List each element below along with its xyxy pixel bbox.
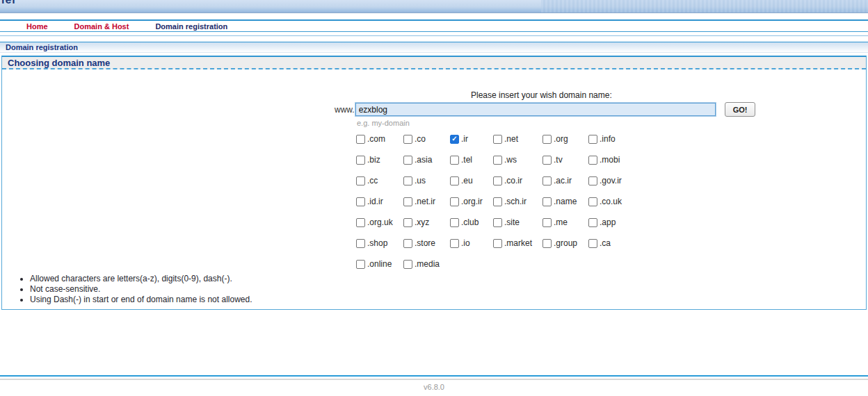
tld-label: .tel bbox=[461, 155, 472, 165]
tld-option: .market bbox=[493, 233, 542, 254]
tld-checkbox[interactable] bbox=[403, 135, 412, 144]
page: ler Home Domain & Host Domain registrati… bbox=[0, 0, 868, 396]
tld-checkbox[interactable] bbox=[450, 156, 459, 165]
tld-label: .biz bbox=[367, 155, 380, 165]
domain-name-input[interactable] bbox=[355, 103, 716, 116]
tld-label: .us bbox=[415, 176, 426, 185]
tld-label: .club bbox=[461, 217, 479, 227]
tld-label: .ir bbox=[461, 134, 468, 144]
domain-input-row: www. GO! bbox=[335, 102, 755, 117]
tld-option: .co bbox=[403, 129, 450, 149]
tld-checkbox[interactable] bbox=[403, 176, 412, 185]
tld-checkbox[interactable] bbox=[450, 197, 459, 206]
form-caption: Please insert your wish domain name: bbox=[471, 90, 612, 100]
tld-checkbox[interactable] bbox=[588, 176, 597, 185]
topbar-texture bbox=[541, 0, 868, 13]
tld-option: .eu bbox=[450, 170, 493, 191]
tld-option: .club bbox=[450, 212, 493, 233]
tld-checkbox[interactable] bbox=[588, 239, 597, 248]
tld-checkbox-checked[interactable] bbox=[450, 135, 459, 144]
tld-checkbox[interactable] bbox=[356, 176, 365, 185]
tld-label: .eu bbox=[461, 176, 473, 185]
main-nav: Home Domain & Host Domain registration bbox=[0, 19, 868, 32]
tld-label: .mobi bbox=[600, 155, 620, 165]
tld-checkbox[interactable] bbox=[493, 239, 502, 248]
tld-label: .io bbox=[461, 238, 470, 248]
tld-checkbox[interactable] bbox=[588, 156, 597, 165]
rules-list: Allowed characters are letters(a-z), dig… bbox=[9, 274, 252, 304]
tld-option: .gov.ir bbox=[588, 170, 640, 191]
tld-option: .com bbox=[356, 129, 403, 149]
tld-option: .media bbox=[403, 254, 450, 274]
rule-item: Allowed characters are letters(a-z), dig… bbox=[30, 274, 252, 283]
tld-label: .co.uk bbox=[600, 197, 622, 206]
tld-option: .tv bbox=[542, 149, 588, 170]
tld-checkbox[interactable] bbox=[493, 176, 502, 185]
nav-item-domain-registration[interactable]: Domain registration bbox=[155, 22, 227, 31]
tld-label: .info bbox=[600, 134, 616, 144]
nav-item-home[interactable]: Home bbox=[26, 22, 48, 31]
tld-label: .ca bbox=[600, 238, 611, 248]
tld-checkbox[interactable] bbox=[493, 197, 502, 206]
tld-checkbox[interactable] bbox=[588, 218, 597, 227]
tld-option: .co.ir bbox=[493, 170, 542, 191]
tld-checkbox[interactable] bbox=[403, 239, 412, 248]
tld-checkbox[interactable] bbox=[403, 260, 412, 269]
tld-checkbox[interactable] bbox=[588, 135, 597, 144]
tld-option: .group bbox=[542, 233, 588, 254]
tld-label: .gov.ir bbox=[600, 176, 622, 185]
tld-checkbox[interactable] bbox=[542, 218, 552, 227]
tld-option: .org.ir bbox=[450, 191, 493, 212]
tld-checkbox[interactable] bbox=[542, 135, 552, 144]
tld-option: .mobi bbox=[588, 149, 640, 170]
nav-item-domain-host[interactable]: Domain & Host bbox=[74, 22, 129, 31]
rule-item: Not case-sensitive. bbox=[30, 284, 252, 294]
tld-checkbox[interactable] bbox=[356, 156, 365, 165]
tld-checkbox[interactable] bbox=[450, 218, 459, 227]
domain-rules: Allowed characters are letters(a-z), dig… bbox=[9, 274, 252, 305]
footer: v6.8.0 bbox=[0, 375, 868, 391]
tld-checkbox[interactable] bbox=[356, 260, 365, 269]
top-logo-bar: ler bbox=[0, 0, 868, 13]
tld-checkbox[interactable] bbox=[542, 239, 552, 248]
tld-checkbox[interactable] bbox=[356, 218, 365, 227]
tld-checkbox[interactable] bbox=[450, 239, 459, 248]
tld-option: .name bbox=[542, 191, 588, 212]
tld-option: .ir bbox=[450, 129, 493, 149]
tld-label: .net bbox=[504, 134, 518, 144]
version-label: v6.8.0 bbox=[0, 380, 868, 391]
go-button[interactable]: GO! bbox=[725, 102, 756, 117]
tld-label: .tv bbox=[554, 155, 563, 165]
tld-option: .tel bbox=[450, 149, 493, 170]
tld-checkbox[interactable] bbox=[493, 156, 502, 165]
tld-checkbox[interactable] bbox=[493, 218, 502, 227]
tld-checkbox[interactable] bbox=[450, 176, 459, 185]
tld-checkbox[interactable] bbox=[542, 156, 552, 165]
tld-option: .shop bbox=[356, 233, 403, 254]
tld-checkbox[interactable] bbox=[588, 197, 597, 206]
tld-checkbox[interactable] bbox=[356, 135, 365, 144]
tld-label: .co.ir bbox=[504, 176, 522, 185]
tld-checkbox[interactable] bbox=[542, 176, 552, 185]
tld-label: .com bbox=[367, 134, 385, 144]
nav-separator-line bbox=[0, 35, 868, 36]
www-prefix-label: www. bbox=[335, 105, 355, 115]
page-title: Choosing domain name bbox=[8, 58, 110, 68]
tld-option: .me bbox=[542, 212, 588, 233]
tld-label: .me bbox=[554, 217, 568, 227]
tld-checkbox[interactable] bbox=[542, 197, 552, 206]
tld-label: .store bbox=[415, 238, 435, 248]
tld-option: .id.ir bbox=[356, 191, 403, 212]
tld-option: .site bbox=[493, 212, 542, 233]
tld-label: .cc bbox=[367, 176, 378, 185]
tld-checkbox[interactable] bbox=[403, 218, 412, 227]
tld-checkbox[interactable] bbox=[403, 197, 412, 206]
tld-checkbox[interactable] bbox=[403, 156, 412, 165]
tld-checkbox[interactable] bbox=[493, 135, 502, 144]
tld-option: .us bbox=[403, 170, 450, 191]
breadcrumb: Domain registration bbox=[6, 43, 78, 51]
tld-option: .co.uk bbox=[588, 191, 640, 212]
tld-option: .ca bbox=[588, 233, 640, 254]
tld-checkbox[interactable] bbox=[356, 239, 365, 248]
tld-checkbox[interactable] bbox=[356, 197, 365, 206]
